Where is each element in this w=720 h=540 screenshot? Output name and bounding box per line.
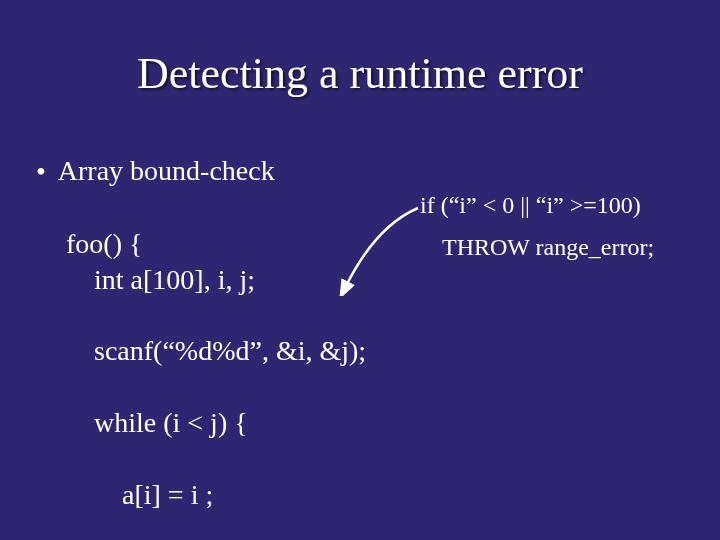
code-line-4: while (i < j) { bbox=[66, 405, 366, 441]
code-block: foo() { int a[100], i, j; scanf(“%d%d”, … bbox=[66, 190, 366, 540]
code-line-5: a[i] = i ; bbox=[66, 477, 366, 513]
bullet-item: • Array bound-check bbox=[36, 155, 275, 189]
slide-title: Detecting a runtime error bbox=[0, 48, 720, 99]
code-line-1: foo() { bbox=[66, 228, 142, 259]
code-line-3: scanf(“%d%d”, &i, &j); bbox=[66, 333, 366, 369]
annotation-throw: THROW range_error; bbox=[442, 234, 654, 261]
slide: Detecting a runtime error • Array bound-… bbox=[0, 0, 720, 540]
bullet-dot-icon: • bbox=[36, 155, 46, 189]
bullet-text: Array bound-check bbox=[58, 155, 275, 187]
code-line-2: int a[100], i, j; bbox=[66, 262, 366, 298]
annotation-if: if (“i” < 0 || “i” >=100) bbox=[420, 192, 641, 219]
